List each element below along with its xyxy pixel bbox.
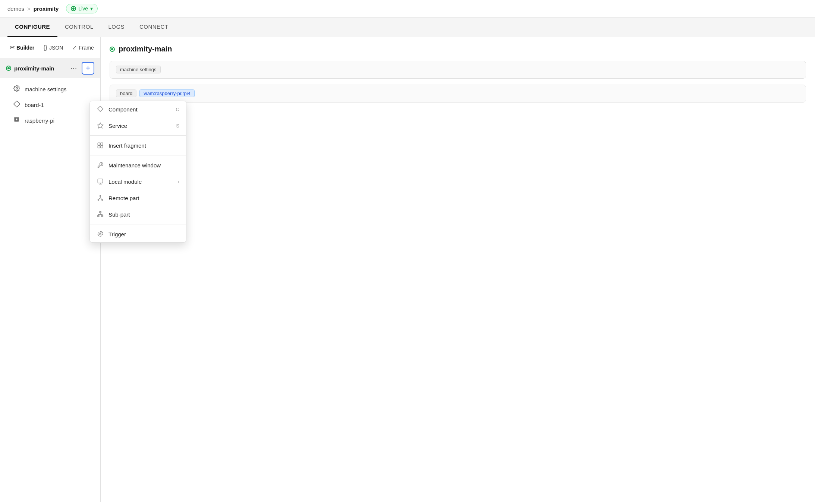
svg-point-11 — [100, 195, 101, 196]
subnav-json[interactable]: {} JSON — [40, 42, 67, 53]
svg-rect-7 — [101, 143, 103, 145]
right-panel: proximity-main machine settings board vi… — [101, 37, 815, 502]
svg-rect-9 — [101, 146, 103, 148]
service-icon — [97, 122, 104, 129]
board-section: board viam:raspberry-pi:rpi4 — [110, 85, 806, 103]
sidebar-item-board1[interactable]: board-1 — [0, 97, 100, 113]
machine-name-label: proximity-main — [14, 65, 68, 72]
svg-rect-3 — [15, 118, 18, 120]
live-dot-icon — [71, 6, 76, 11]
svg-rect-8 — [98, 146, 100, 148]
local-module-label: Local module — [108, 179, 142, 185]
main-content: ✂ Builder {} JSON ⤢ Frame proximity-main… — [0, 37, 815, 502]
gear-icon — [13, 85, 21, 93]
live-label: Live — [78, 6, 88, 12]
divider-2 — [90, 155, 186, 155]
board1-label: board-1 — [25, 102, 44, 108]
tab-connect[interactable]: CONNECT — [132, 18, 176, 37]
menu-item-service[interactable]: Service S — [90, 117, 186, 134]
component-shortcut: C — [176, 107, 179, 112]
builder-icon: ✂ — [10, 44, 15, 51]
fragment-icon — [97, 142, 104, 149]
svg-rect-4 — [98, 106, 103, 112]
svg-rect-15 — [98, 215, 100, 217]
sub-part-label: Sub-part — [108, 211, 130, 218]
frame-label: Frame — [79, 45, 94, 51]
sidebar-item-raspberry-pi[interactable]: raspberry-pi — [0, 113, 100, 128]
menu-item-trigger[interactable]: Trigger — [90, 226, 186, 242]
live-chevron-icon: ▾ — [90, 6, 93, 12]
sidebar-item-machine-settings[interactable]: machine settings — [0, 81, 100, 97]
svg-rect-10 — [98, 179, 103, 183]
component-icon — [97, 105, 104, 113]
trigger-label: Trigger — [108, 231, 126, 237]
service-shortcut: S — [176, 123, 179, 129]
sub-part-icon — [97, 211, 104, 218]
service-label: Service — [108, 123, 127, 129]
breadcrumb-bar: demos > proximity Live ▾ — [0, 0, 815, 18]
builder-label: Builder — [16, 45, 34, 51]
svg-point-17 — [100, 233, 101, 235]
machine-settings-label: machine settings — [25, 86, 67, 92]
remote-part-label: Remote part — [108, 195, 139, 201]
breadcrumb-separator: > — [27, 6, 31, 12]
sidebar-items: machine settings board-1 raspberry-pi — [0, 78, 100, 131]
local-module-arrow-icon: › — [178, 179, 179, 185]
board-badge[interactable]: board — [116, 89, 136, 97]
square-icon — [13, 116, 21, 125]
sub-nav: ✂ Builder {} JSON ⤢ Frame — [0, 37, 100, 58]
machine-settings-section: machine settings — [110, 61, 806, 79]
maintenance-icon — [97, 161, 104, 169]
diamond-icon — [13, 101, 21, 109]
live-badge[interactable]: Live ▾ — [66, 4, 98, 13]
divider-1 — [90, 135, 186, 136]
machine-settings-badge[interactable]: machine settings — [116, 66, 161, 73]
menu-item-insert-fragment[interactable]: Insert fragment — [90, 137, 186, 154]
menu-item-component[interactable]: Component C — [90, 101, 186, 117]
tab-control[interactable]: CONTROL — [57, 18, 101, 37]
tab-configure[interactable]: CONFIGURE — [7, 18, 57, 37]
json-icon: {} — [43, 44, 47, 51]
trigger-icon — [97, 230, 104, 238]
subnav-frame[interactable]: ⤢ Frame — [68, 42, 97, 53]
machine-live-icon — [6, 66, 11, 71]
sidebar: ✂ Builder {} JSON ⤢ Frame proximity-main… — [0, 37, 101, 502]
panel-live-icon — [110, 47, 115, 52]
panel-title: proximity-main — [119, 45, 172, 53]
svg-point-0 — [16, 88, 18, 89]
svg-rect-6 — [98, 143, 100, 145]
maintenance-window-label: Maintenance window — [108, 162, 161, 168]
menu-item-remote-part[interactable]: Remote part — [90, 190, 186, 206]
svg-marker-5 — [98, 123, 103, 128]
insert-fragment-label: Insert fragment — [108, 142, 146, 149]
tab-logs[interactable]: LOGS — [101, 18, 132, 37]
subnav-builder[interactable]: ✂ Builder — [6, 42, 38, 53]
svg-point-18 — [98, 232, 103, 236]
menu-item-maintenance-window[interactable]: Maintenance window — [90, 157, 186, 173]
divider-3 — [90, 224, 186, 224]
rpi-badge[interactable]: viam:raspberry-pi:rpi4 — [139, 89, 195, 97]
ellipsis-button[interactable]: ··· — [68, 64, 79, 73]
menu-item-sub-part[interactable]: Sub-part — [90, 206, 186, 223]
menu-item-local-module[interactable]: Local module › — [90, 173, 186, 190]
remote-part-icon — [97, 194, 104, 202]
svg-point-12 — [98, 199, 99, 201]
sidebar-machine-row: proximity-main ··· + — [0, 58, 100, 78]
breadcrumb-parent[interactable]: demos — [7, 6, 24, 12]
component-label: Component — [108, 106, 138, 113]
local-module-icon — [97, 178, 104, 185]
board-section-header: board viam:raspberry-pi:rpi4 — [110, 85, 806, 102]
json-label: JSON — [49, 45, 63, 51]
breadcrumb-current: proximity — [34, 6, 59, 12]
raspberry-pi-label: raspberry-pi — [25, 117, 54, 124]
machine-settings-header: machine settings — [110, 61, 806, 78]
svg-rect-16 — [101, 215, 103, 217]
tab-navigation: CONFIGURE CONTROL LOGS CONNECT — [0, 18, 815, 37]
dropdown-menu: Component C Service S — [89, 101, 186, 243]
panel-header: proximity-main — [110, 45, 806, 53]
frame-icon: ⤢ — [72, 44, 77, 51]
add-button[interactable]: + — [82, 62, 94, 75]
svg-point-13 — [102, 199, 103, 201]
svg-rect-1 — [14, 101, 20, 107]
svg-rect-14 — [100, 212, 101, 213]
